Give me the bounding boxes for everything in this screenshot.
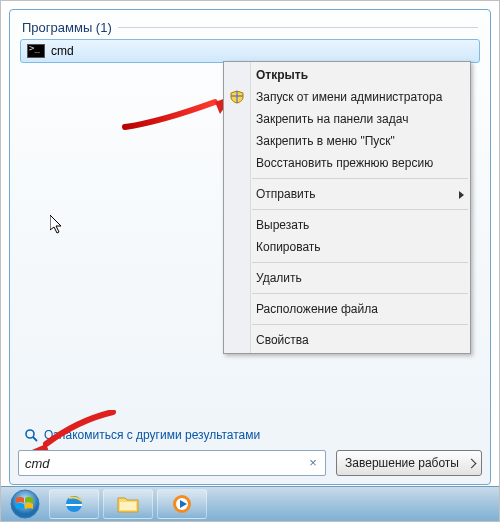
taskbar <box>1 486 499 521</box>
submenu-arrow-icon <box>459 191 464 199</box>
shutdown-button[interactable]: Завершение работы <box>336 450 482 476</box>
windows-logo-icon <box>10 489 40 519</box>
svg-rect-7 <box>120 502 136 510</box>
svg-line-3 <box>33 437 37 441</box>
taskbar-media-player-button[interactable] <box>157 489 207 519</box>
screenshot-root: Программы (1) cmd Ознакомиться с другими… <box>0 0 500 522</box>
ie-icon <box>63 493 85 515</box>
ctx-delete[interactable]: Удалить <box>224 267 470 289</box>
ctx-open[interactable]: Открыть <box>224 64 470 86</box>
ctx-file-location[interactable]: Расположение файла <box>224 298 470 320</box>
ctx-separator <box>252 293 468 294</box>
taskbar-explorer-button[interactable] <box>103 489 153 519</box>
search-result-cmd[interactable]: cmd <box>20 39 480 63</box>
svg-marker-1 <box>50 215 61 233</box>
ctx-separator <box>252 178 468 179</box>
mouse-cursor-icon <box>50 215 64 235</box>
clear-search-icon[interactable]: × <box>305 455 321 471</box>
result-label: cmd <box>51 44 74 58</box>
ctx-separator <box>252 262 468 263</box>
context-menu: Открыть Запуск от имени администратора З… <box>223 61 471 354</box>
start-button[interactable] <box>5 489 45 519</box>
start-menu-bottom-row: × Завершение работы <box>18 450 482 476</box>
ctx-separator <box>252 209 468 210</box>
ctx-pin-taskbar[interactable]: Закрепить на панели задач <box>224 108 470 130</box>
ctx-send-to-label: Отправить <box>256 187 316 201</box>
shutdown-label: Завершение работы <box>345 456 459 470</box>
ctx-restore-previous[interactable]: Восстановить прежнюю версию <box>224 152 470 174</box>
section-title-text: Программы (1) <box>22 20 112 35</box>
ctx-run-as-admin[interactable]: Запуск от имени администратора <box>224 86 470 108</box>
more-results-label: Ознакомиться с другими результатами <box>44 428 260 442</box>
search-icon <box>24 428 38 442</box>
search-input[interactable] <box>23 456 305 471</box>
ctx-copy[interactable]: Копировать <box>224 236 470 258</box>
ctx-properties[interactable]: Свойства <box>224 329 470 351</box>
taskbar-ie-button[interactable] <box>49 489 99 519</box>
ctx-cut[interactable]: Вырезать <box>224 214 470 236</box>
cmd-icon <box>27 44 45 58</box>
section-rule <box>118 27 478 28</box>
search-box[interactable]: × <box>18 450 326 476</box>
ctx-run-as-admin-label: Запуск от имени администратора <box>256 90 442 104</box>
annotation-arrow-top <box>120 92 240 132</box>
chevron-right-icon[interactable] <box>467 458 477 468</box>
media-player-icon <box>171 493 193 515</box>
ctx-pin-start[interactable]: Закрепить в меню "Пуск" <box>224 130 470 152</box>
more-results-link[interactable]: Ознакомиться с другими результатами <box>24 428 260 442</box>
ctx-separator <box>252 324 468 325</box>
shield-icon <box>230 90 244 104</box>
ctx-send-to[interactable]: Отправить <box>224 183 470 205</box>
svg-point-2 <box>26 430 34 438</box>
section-header: Программы (1) <box>22 20 478 35</box>
folder-icon <box>117 494 139 514</box>
